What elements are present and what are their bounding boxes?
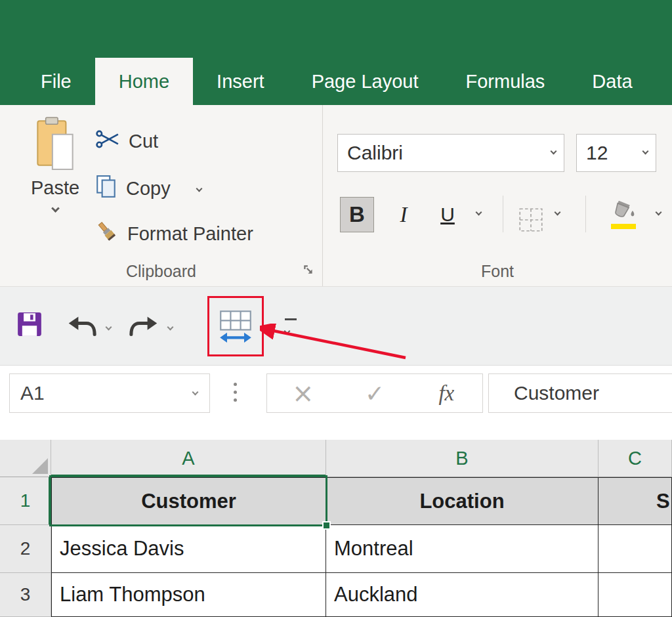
autofit-column-width-button[interactable] (214, 301, 257, 351)
undo-dropdown-icon[interactable] (106, 324, 112, 331)
quick-access-toolbar (0, 287, 672, 366)
bold-button[interactable]: B (340, 197, 374, 232)
name-box[interactable]: A1 (9, 373, 210, 413)
formula-bar-drag-handle[interactable] (234, 383, 237, 402)
column-header-row: A B C (0, 440, 672, 477)
format-painter-icon (96, 221, 118, 247)
undo-icon (67, 314, 97, 338)
cell-c1[interactable]: S (598, 477, 672, 525)
format-painter-label: Format Painter (127, 223, 253, 245)
font-size-value: 12 (586, 142, 608, 164)
paste-label: Paste (31, 177, 79, 199)
fill-color-swatch (611, 224, 636, 229)
clipboard-dialog-launcher-icon[interactable] (303, 264, 314, 278)
tab-page-layout[interactable]: Page Layout (288, 58, 442, 105)
divider (585, 196, 586, 232)
borders-icon (518, 207, 543, 232)
cell-c2[interactable] (598, 525, 672, 573)
tab-insert[interactable]: Insert (193, 58, 288, 105)
copy-icon (96, 175, 117, 203)
clipboard-group-label: Clipboard (0, 262, 322, 281)
borders-dropdown-icon[interactable] (555, 209, 561, 216)
customize-qat-icon (285, 318, 297, 320)
cell-b3[interactable]: Auckland (326, 573, 598, 617)
cell-a1[interactable]: Customer (51, 477, 326, 525)
font-group-label: Font (323, 262, 672, 281)
cell-b1[interactable]: Location (326, 477, 598, 525)
fill-color-button[interactable] (610, 197, 637, 232)
table-row: 3 Liam Thompson Auckland (0, 573, 672, 617)
font-name-value: Calibri (347, 142, 403, 164)
redo-dropdown-icon[interactable] (167, 324, 174, 331)
annotation-arrow (260, 324, 412, 363)
select-all-button[interactable] (0, 440, 51, 477)
formula-bar-value: Customer (514, 382, 599, 404)
copy-button[interactable]: Copy (96, 175, 201, 203)
font-name-combobox[interactable]: Calibri (337, 134, 564, 172)
title-bar (0, 0, 672, 58)
table-row: 1 Customer Location S (0, 477, 672, 525)
save-button[interactable] (17, 312, 42, 339)
insert-function-icon[interactable]: fx (411, 374, 482, 412)
formula-bar[interactable]: Customer (488, 373, 672, 413)
row-header-3[interactable]: 3 (0, 573, 51, 617)
name-box-value: A1 (20, 382, 45, 404)
scissors-icon (96, 129, 119, 154)
cell-a3[interactable]: Liam Thompson (51, 573, 326, 617)
tab-data[interactable]: Data (568, 58, 656, 105)
redo-button[interactable] (129, 314, 159, 341)
cell-c3[interactable] (598, 573, 672, 617)
fill-color-dropdown-icon[interactable] (656, 209, 662, 216)
font-size-dropdown-icon[interactable] (642, 148, 649, 155)
clipboard-paste-icon (35, 117, 75, 173)
customize-qat-chevron-icon (284, 328, 291, 335)
row-header-1[interactable]: 1 (0, 477, 51, 525)
redo-icon (129, 314, 159, 338)
table-row: 2 Jessica Davis Montreal (0, 525, 672, 573)
name-box-dropdown-icon[interactable] (192, 389, 199, 396)
cell-b2[interactable]: Montreal (326, 525, 598, 573)
underline-dropdown-icon[interactable] (476, 209, 482, 216)
font-size-combobox[interactable]: 12 (576, 134, 656, 172)
customize-quick-access-toolbar-button[interactable] (285, 318, 297, 336)
cut-button[interactable]: Cut (96, 129, 158, 154)
formula-row: A1 × ✓ fx Customer (0, 366, 672, 440)
ribbon: Paste Cut (0, 105, 672, 287)
cut-label: Cut (129, 131, 158, 152)
underline-button[interactable]: U (433, 197, 462, 232)
format-painter-button[interactable]: Format Painter (96, 221, 253, 247)
column-header-a[interactable]: A (51, 440, 326, 477)
paste-dropdown-icon[interactable] (51, 204, 60, 213)
tab-formulas[interactable]: Formulas (442, 58, 568, 105)
autofit-column-width-icon (219, 309, 253, 343)
select-all-icon (32, 458, 48, 474)
cancel-icon[interactable]: × (267, 374, 339, 412)
font-group: Calibri 12 B I U (323, 105, 672, 286)
tab-home[interactable]: Home (95, 58, 193, 105)
copy-dropdown-icon[interactable] (196, 186, 202, 192)
spreadsheet-grid: A B C 1 Customer Location S 2 Jessica Da… (0, 440, 672, 617)
column-header-b[interactable]: B (326, 440, 598, 477)
copy-label: Copy (126, 178, 171, 200)
excel-window: File Home Insert Page Layout Formulas Da… (0, 0, 672, 617)
divider (503, 196, 503, 232)
paste-button[interactable]: Paste (16, 117, 94, 211)
formula-bar-buttons: × ✓ fx (266, 373, 483, 413)
paint-bucket-icon (610, 201, 637, 223)
borders-button[interactable] (518, 202, 543, 238)
save-icon (17, 312, 42, 337)
italic-button[interactable]: I (390, 197, 417, 232)
column-header-c[interactable]: C (598, 440, 672, 477)
undo-button[interactable] (67, 314, 97, 341)
clipboard-group: Paste Cut (0, 105, 323, 286)
cell-a2[interactable]: Jessica Davis (51, 525, 326, 573)
tab-file[interactable]: File (17, 58, 95, 105)
enter-icon[interactable]: ✓ (339, 374, 410, 412)
ribbon-tab-bar: File Home Insert Page Layout Formulas Da… (0, 58, 672, 105)
row-header-2[interactable]: 2 (0, 525, 51, 573)
font-name-dropdown-icon[interactable] (551, 148, 557, 155)
